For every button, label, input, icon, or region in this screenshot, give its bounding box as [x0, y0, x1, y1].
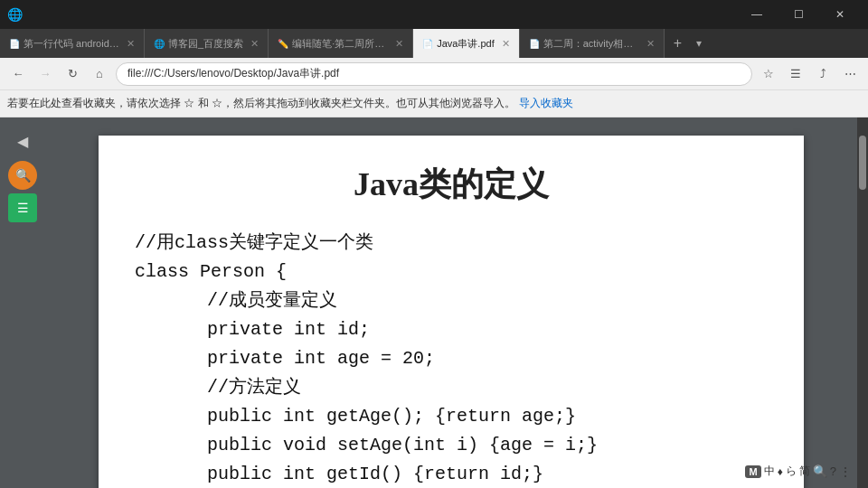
tab-2[interactable]: 🌐 博客园_百度搜索 ✕ — [145, 29, 269, 58]
help-icon[interactable]: ? — [830, 465, 836, 478]
chinese-input-icon[interactable]: 中 — [764, 464, 775, 479]
home-button[interactable]: ⌂ — [89, 63, 110, 85]
new-tab-button[interactable]: + — [665, 35, 691, 52]
code-line-1: //用class关键字定义一个类 — [135, 229, 768, 258]
minimize-button[interactable]: — — [736, 0, 778, 29]
share-button[interactable]: ⤴ — [812, 63, 834, 85]
bookmark-star-button[interactable]: ☆ — [758, 63, 779, 85]
tab-5[interactable]: 📄 第二周：activity相关.pdf ✕ — [520, 29, 665, 58]
code-line-8: public void setAge(int i) {age = i;} — [135, 431, 768, 460]
tab-3-close[interactable]: ✕ — [395, 38, 403, 50]
bookmarks-bar: 若要在此处查看收藏夹，请依次选择 ☆ 和 ☆，然后将其拖动到收藏夹栏文件夹。也可… — [0, 90, 868, 117]
sidebar-back-tool[interactable]: ◀ — [6, 125, 39, 157]
tab-1[interactable]: 📄 第一行代码 android 第2版 ✕ — [0, 29, 145, 58]
tab-4-close[interactable]: ✕ — [502, 38, 510, 50]
window-controls: — ☐ ✕ — [736, 0, 861, 29]
simplified-icon[interactable]: 简 — [799, 464, 810, 479]
tab-1-icon: 📄 — [9, 39, 20, 49]
close-button[interactable]: ✕ — [819, 0, 861, 29]
search-pdf-icon[interactable]: 🔍 — [813, 465, 827, 478]
scrollbar-panel — [857, 117, 868, 488]
tab-1-close[interactable]: ✕ — [127, 38, 135, 50]
pdf-area: Java类的定义 //用class关键字定义一个类 class Person {… — [45, 117, 857, 488]
back-button[interactable]: ← — [7, 63, 29, 85]
m-status-icon[interactable]: M — [745, 465, 760, 478]
import-favorites-link[interactable]: 导入收藏夹 — [519, 96, 573, 111]
browser-logo: 🌐 — [7, 7, 23, 22]
code-line-7: public int getAge(); {return age;} — [135, 402, 768, 431]
tab-3-label: 编辑随笔·第二周所课总结 — [292, 37, 388, 51]
tabs-bar: 📄 第一行代码 android 第2版 ✕ 🌐 博客园_百度搜索 ✕ ✏️ 编辑… — [0, 29, 868, 58]
forward-button[interactable]: → — [34, 63, 56, 85]
tab-3[interactable]: ✏️ 编辑随笔·第二周所课总结 ✕ — [269, 29, 413, 58]
titlebar-left: 🌐 — [7, 7, 23, 22]
tab-list-button[interactable]: ▾ — [691, 37, 707, 50]
reading-view-button[interactable]: ☰ — [785, 63, 807, 85]
code-block: //用class关键字定义一个类 class Person { //成员变量定义… — [135, 229, 768, 488]
main-area: ◀ 🔍 ☰ Java类的定义 //用class关键字定义一个类 class Pe… — [0, 117, 868, 488]
tab-2-label: 博客园_百度搜索 — [168, 37, 243, 51]
bookmarks-hint-text: 若要在此处查看收藏夹，请依次选择 ☆ 和 ☆，然后将其拖动到收藏夹栏文件夹。也可… — [7, 96, 515, 111]
code-line-6: //方法定义 — [135, 373, 768, 402]
title-bar: 🌐 — ☐ ✕ — [0, 0, 868, 29]
tab-4-label: Java串讲.pdf — [437, 37, 495, 51]
sidebar-menu-tool[interactable]: ☰ — [8, 193, 37, 222]
tab-5-close[interactable]: ✕ — [646, 38, 655, 50]
address-input[interactable] — [116, 62, 752, 86]
code-line-3: //成员变量定义 — [135, 286, 768, 315]
tab-4[interactable]: 📄 Java串讲.pdf ✕ — [413, 29, 520, 58]
tab-3-icon: ✏️ — [278, 39, 288, 49]
more-button[interactable]: ⋯ — [839, 63, 861, 85]
tab-2-icon: 🌐 — [154, 39, 165, 49]
input-mode-icon[interactable]: ♦ — [778, 465, 783, 478]
pdf-title: Java类的定义 — [135, 163, 768, 207]
sidebar-search-tool[interactable]: 🔍 — [8, 161, 37, 190]
more-pdf-icon[interactable]: ⋮ — [839, 465, 852, 479]
tab-5-label: 第二周：activity相关.pdf — [543, 37, 639, 51]
maximize-button[interactable]: ☐ — [778, 0, 819, 29]
code-line-5: private int age = 20; — [135, 344, 768, 373]
address-bar: ← → ↻ ⌂ ☆ ☰ ⤴ ⋯ — [0, 58, 868, 90]
tab-1-label: 第一行代码 android 第2版 — [24, 37, 119, 51]
address-actions: ☆ ☰ ⤴ ⋯ — [758, 63, 861, 85]
pdf-status-bar: M 中 ♦ ら 简 🔍 ? ⋮ — [745, 464, 852, 479]
pdf-page: Java类的定义 //用class关键字定义一个类 class Person {… — [99, 136, 804, 488]
left-sidebar: ◀ 🔍 ☰ — [0, 117, 45, 488]
tab-2-close[interactable]: ✕ — [250, 38, 259, 50]
scrollbar-thumb[interactable] — [859, 136, 866, 190]
code-line-9: public int getId() {return id;} — [135, 460, 768, 488]
code-line-2: class Person { — [135, 258, 768, 286]
tab-4-icon: 📄 — [422, 39, 433, 49]
refresh-button[interactable]: ↻ — [61, 63, 83, 85]
undo-icon[interactable]: ら — [786, 464, 797, 479]
code-line-4: private int id; — [135, 315, 768, 344]
tab-5-icon: 📄 — [529, 39, 540, 49]
